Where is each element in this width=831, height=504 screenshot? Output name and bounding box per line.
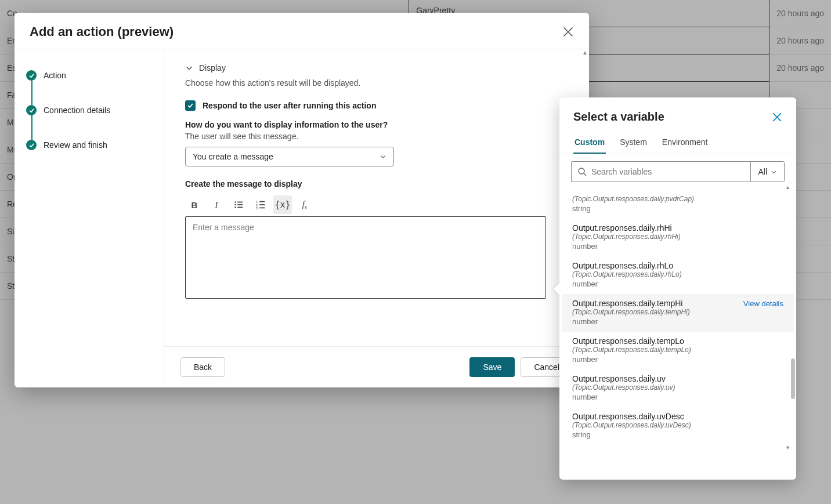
filter-label: All — [758, 167, 767, 176]
chevron-down-icon — [771, 169, 777, 175]
display-mode-select[interactable]: You create a message — [185, 147, 394, 166]
callout-tip — [554, 283, 559, 295]
svg-point-4 — [234, 206, 236, 208]
svg-rect-3 — [237, 204, 243, 205]
wizard-stepper: Action Connection details Review and fin… — [15, 49, 164, 387]
variable-item[interactable]: Output.responses.daily.rhHi (Topic.Outpu… — [562, 219, 794, 256]
italic-button[interactable]: I — [207, 195, 226, 214]
save-button[interactable]: Save — [469, 357, 515, 377]
formula-button[interactable]: fx — [295, 195, 314, 214]
insert-variable-button[interactable]: {x} — [273, 195, 292, 214]
variable-path: (Topic.Output.responses.daily.pvdrCap) — [572, 195, 783, 203]
variable-path: (Topic.Output.responses.daily.tempLo) — [572, 346, 783, 354]
variable-item[interactable]: Output.responses.daily.uvDesc (Topic.Out… — [562, 407, 794, 445]
view-details-link[interactable]: View details — [743, 299, 783, 308]
close-icon[interactable] — [772, 112, 782, 122]
variable-type: number — [572, 242, 783, 251]
variable-path: (Topic.Output.responses.daily.uvDesc) — [572, 421, 783, 429]
scroll-down-arrow-icon: ▼ — [562, 445, 794, 451]
variable-name: Output.responses.daily.rhHi — [572, 223, 672, 233]
step-label: Action — [44, 71, 66, 80]
tab-custom[interactable]: Custom — [573, 134, 606, 154]
variable-name: Output.responses.daily.uv — [572, 374, 666, 383]
step-label: Connection details — [44, 106, 110, 115]
svg-rect-5 — [237, 207, 243, 208]
modal-content: ▲ Display Choose how this action's resul… — [164, 49, 589, 346]
variable-item[interactable]: Output.responses.daily.uv (Topic.Output.… — [562, 369, 794, 407]
svg-rect-11 — [259, 208, 265, 209]
add-action-modal: Add an action (preview) Action Connectio… — [15, 13, 589, 387]
search-field[interactable] — [591, 167, 745, 176]
check-icon — [26, 105, 37, 115]
variable-type: number — [572, 280, 783, 288]
scroll-up-arrow-icon: ▲ — [582, 49, 588, 56]
step-label: Review and finish — [44, 140, 107, 150]
close-icon[interactable] — [562, 26, 574, 38]
svg-rect-9 — [259, 204, 265, 205]
modal-title: Add an action (preview) — [30, 24, 174, 39]
variable-path: (Topic.Output.responses.daily.rhLo) — [572, 270, 783, 278]
respond-checkbox[interactable] — [185, 100, 196, 111]
check-icon — [26, 70, 37, 81]
svg-rect-1 — [237, 202, 243, 203]
variable-type: number — [572, 317, 783, 326]
respond-checkbox-label: Respond to the user after running this a… — [203, 101, 376, 110]
scrollbar-thumb[interactable] — [791, 358, 795, 399]
wizard-step[interactable]: Review and finish — [26, 134, 152, 156]
numbered-list-button[interactable]: 123 — [251, 195, 270, 214]
chevron-down-icon — [185, 64, 193, 72]
display-heading: Display — [199, 63, 226, 72]
variable-path: (Topic.Output.responses.daily.rhHi) — [572, 233, 783, 241]
how-display-sub: The user will see this message. — [185, 132, 568, 141]
svg-point-2 — [234, 204, 236, 206]
bold-button[interactable]: B — [185, 195, 204, 214]
bullet-list-button[interactable] — [229, 195, 248, 214]
search-icon — [577, 167, 587, 176]
variable-item[interactable]: Output.responses.daily.tempHi View detai… — [562, 294, 794, 332]
variable-name: Output.responses.daily.tempHi — [572, 299, 682, 308]
variable-search-input[interactable] — [571, 161, 750, 182]
flyout-title: Select a variable — [573, 110, 664, 124]
svg-point-0 — [234, 201, 236, 203]
variable-picker-flyout: Select a variable CustomSystemEnvironmen… — [559, 97, 796, 480]
message-editor[interactable]: Enter a message — [185, 216, 546, 299]
variable-list[interactable]: ▲(Topic.Output.responses.daily.pvdrCap) … — [559, 184, 796, 480]
variable-item[interactable]: Output.responses.daily.tempLo (Topic.Out… — [562, 332, 794, 369]
variable-name: Output.responses.daily.tempLo — [572, 336, 684, 346]
variable-type: string — [572, 204, 783, 213]
display-mode-value: You create a message — [193, 152, 273, 161]
variable-path: (Topic.Output.responses.daily.tempHi) — [572, 308, 783, 316]
variable-item[interactable]: (Topic.Output.responses.daily.pvdrCap) s… — [562, 190, 794, 219]
display-description: Choose how this action's result will be … — [185, 78, 568, 88]
scroll-up-arrow-icon: ▲ — [562, 184, 794, 190]
modal-footer: Back Save Cancel — [164, 346, 589, 387]
check-icon — [26, 140, 37, 150]
svg-point-12 — [579, 168, 584, 174]
variable-name: Output.responses.daily.rhLo — [572, 261, 673, 270]
editor-placeholder: Enter a message — [193, 223, 254, 232]
back-button[interactable]: Back — [180, 357, 225, 377]
flyout-tabs: CustomSystemEnvironment — [559, 128, 796, 154]
chevron-down-icon — [380, 153, 386, 160]
variable-filter-dropdown[interactable]: All — [750, 161, 785, 182]
variable-name: Output.responses.daily.uvDesc — [572, 412, 684, 421]
variable-type: string — [572, 430, 783, 439]
variable-path: (Topic.Output.responses.daily.uv) — [572, 383, 783, 391]
variable-item[interactable]: Output.responses.daily.rhLo (Topic.Outpu… — [562, 256, 794, 294]
display-section-toggle[interactable]: Display — [185, 63, 568, 72]
variable-type: number — [572, 355, 783, 364]
wizard-step[interactable]: Connection details — [26, 99, 152, 121]
wizard-step[interactable]: Action — [26, 64, 152, 86]
create-message-label: Create the message to display — [185, 179, 568, 188]
tab-environment[interactable]: Environment — [661, 134, 709, 154]
tab-system[interactable]: System — [619, 134, 648, 154]
editor-toolbar: B I 123 {x} fx — [185, 195, 568, 214]
how-display-heading: How do you want to display information t… — [185, 120, 568, 129]
svg-text:3: 3 — [256, 206, 258, 210]
svg-rect-7 — [259, 201, 265, 202]
variable-type: number — [572, 393, 783, 401]
